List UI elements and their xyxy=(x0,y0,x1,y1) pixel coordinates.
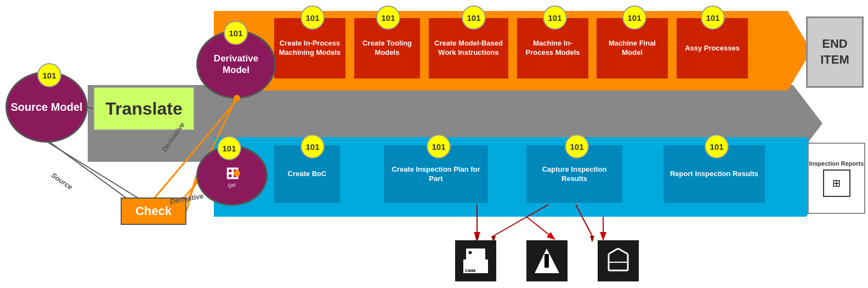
badge-orange-5: 101 xyxy=(622,5,646,30)
connector-dot-2 xyxy=(234,170,240,177)
end-item-box: END ITEM xyxy=(806,16,864,88)
svg-rect-20 xyxy=(469,251,472,254)
derivative2-line-label: Derivative xyxy=(169,191,205,206)
inspection-reports-box: Inspection Reports ⊞ xyxy=(808,143,865,214)
badge-blue-4: 101 xyxy=(705,134,729,159)
badge-orange-4: 101 xyxy=(543,5,567,30)
badge-orange-6: 101 xyxy=(701,5,725,30)
badge-blue-2: 101 xyxy=(427,134,451,159)
end-item-label: END ITEM xyxy=(808,36,862,67)
qif-label: QIF xyxy=(228,183,236,188)
source-line-label: Source xyxy=(50,171,75,191)
svg-rect-19 xyxy=(466,249,485,262)
inspection-reports-label: Inspection Reports xyxy=(809,160,864,167)
diagram-container: Source Model 101 Translate Check Derivat… xyxy=(0,0,868,288)
connector-dot-1 xyxy=(234,95,240,101)
svg-marker-17 xyxy=(590,236,594,242)
derivative-model-badge: 101 xyxy=(224,21,248,45)
source-model-badge: 101 xyxy=(37,63,61,87)
badge-orange-1: 101 xyxy=(300,5,325,30)
source-model-label: Source Model xyxy=(10,100,82,114)
translate-label: Translate xyxy=(105,99,183,119)
badge-orange-2: 101 xyxy=(376,5,400,30)
svg-rect-23 xyxy=(544,254,549,268)
badge-orange-3: 101 xyxy=(462,5,486,30)
svg-line-6 xyxy=(526,217,554,239)
badge-blue-3: 101 xyxy=(565,134,589,159)
svg-line-27 xyxy=(618,249,628,254)
svg-line-26 xyxy=(609,249,618,254)
qif-reports-icon: ⊞ xyxy=(823,170,850,197)
derivative-model-label: DerivativeModel xyxy=(214,53,258,76)
dim-icon-1: CMM xyxy=(455,240,496,281)
qif-badge: 101 xyxy=(217,136,241,160)
dim-icon-3 xyxy=(598,240,639,281)
check-label: Check xyxy=(135,204,172,218)
svg-text:CMM: CMM xyxy=(465,268,475,273)
dim-icon-2 xyxy=(526,240,568,281)
badge-blue-1: 101 xyxy=(300,134,325,159)
